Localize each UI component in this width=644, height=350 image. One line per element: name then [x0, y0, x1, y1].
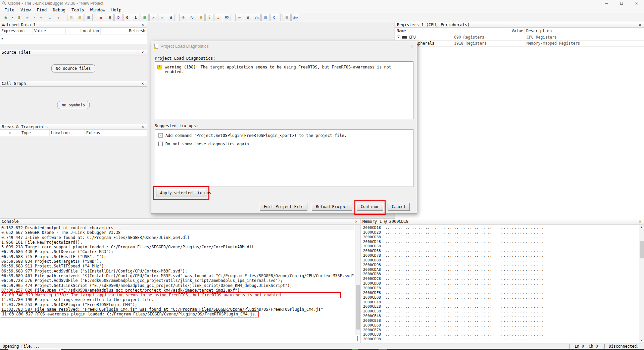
close-button[interactable]: × [629, 0, 644, 7]
console-command-input[interactable] [1, 336, 358, 341]
disassembly-window-icon[interactable]: D [114, 14, 122, 21]
memory-hex-bytes[interactable]: .. .. .. .. .. .. .. .. .. .. .. .. .. .… [385, 258, 492, 262]
source-files-close-icon[interactable]: × [140, 50, 145, 55]
menu-item-view[interactable]: View [17, 7, 34, 13]
reset-dropdown-icon[interactable]: ▾ [33, 14, 37, 21]
memory-hex-bytes[interactable]: .. .. .. .. .. .. .. .. .. .. .. .. .. .… [385, 277, 492, 281]
expression-icon[interactable]: ƒx [253, 14, 261, 21]
menu-item-help[interactable]: Help [108, 7, 125, 13]
watch-window-icon[interactable]: W [167, 14, 175, 21]
minimize-button[interactable] [599, 0, 614, 7]
code-window-icon[interactable]: C [270, 14, 278, 21]
step-out-icon[interactable]: ↑ [55, 14, 63, 21]
save-project-icon[interactable]: ▦ [85, 14, 93, 21]
memory-address: 2000CD68 [363, 249, 385, 253]
record-icon[interactable]: ● [97, 14, 105, 21]
watched-data-close-icon[interactable]: × [140, 22, 145, 27]
memory-scrollbar-thumb[interactable] [640, 241, 644, 258]
chain-link-icon[interactable]: ∞ [235, 14, 243, 21]
menu-item-window[interactable]: Window [87, 7, 108, 13]
vertical-splitter-left[interactable] [147, 22, 147, 219]
terminal-prompt-icon[interactable]: ⋙ [291, 14, 299, 21]
watched-data-new-row[interactable]: ▶ [0, 35, 147, 44]
memory-hex-bytes[interactable]: .. .. .. .. .. .. .. .. .. .. .. .. .. .… [385, 323, 492, 328]
memory-hex-bytes[interactable]: .. .. .. .. .. .. .. .. .. .. .. .. .. .… [385, 240, 492, 244]
scroll-down-icon[interactable]: ▼ [639, 338, 644, 343]
reset-icon[interactable]: ⇤ [24, 14, 32, 21]
memory-hex-bytes[interactable]: .. .. .. .. .. .. .. .. .. .. .. .. .. .… [385, 249, 492, 253]
menu-item-debug[interactable]: Debug [50, 7, 68, 13]
expression-icon-glyph: ƒx [254, 15, 259, 20]
registers-rows: +CPU690 RegistersCPU Registers+Periphera… [395, 35, 644, 47]
memory-panel: Memory 1 @ 2000CD18 × 2000CD18.. .. .. .… [361, 219, 644, 343]
terminal-window-icon[interactable]: ▦ [141, 14, 149, 21]
memory-hex-bytes[interactable]: .. .. .. .. .. .. .. .. .. .. .. .. .. .… [385, 281, 492, 286]
local-data-window-icon[interactable]: L [132, 14, 140, 21]
memory-hex-bytes[interactable]: .. .. .. .. .. .. .. .. .. .. .. .. .. .… [385, 318, 492, 323]
memory-hex-bytes[interactable]: .. .. .. .. .. .. .. .. .. .. .. .. .. .… [385, 235, 492, 239]
program-download-icon[interactable]: ↗ [149, 14, 157, 21]
console-line-text: 11:03.830 527 RTOS awareness plugin load… [1, 311, 259, 317]
power-graph-icon[interactable]: ▲ [214, 14, 222, 21]
scroll-up-icon[interactable]: ▲ [639, 225, 644, 230]
dialog-close-icon[interactable]: × [411, 44, 414, 49]
call-graph-close-icon[interactable]: × [140, 81, 145, 86]
memory-hex-bytes[interactable]: .. .. .. .. .. .. .. .. .. .. .. .. .. .… [385, 226, 492, 230]
apply-fixups-button[interactable]: Apply selected fix-ups [156, 189, 206, 197]
ruler-icon[interactable]: ▥ [261, 14, 269, 21]
pause-icon[interactable]: Ⅱ [15, 14, 23, 21]
timeline-window-icon[interactable]: ∿ [188, 14, 196, 21]
cancel-button[interactable]: Cancel [388, 203, 410, 211]
reload-project-button[interactable]: Reload Project [312, 203, 352, 211]
collapse-chevron-icon[interactable]: ∨ [1, 130, 18, 136]
memory-hex-bytes[interactable]: .. .. .. .. .. .. .. .. .. .. .. .. .. .… [385, 263, 492, 267]
memory-hex-bytes[interactable]: .. .. .. .. .. .. .. .. .. .. .. .. .. .… [385, 267, 492, 272]
menu-item-find[interactable]: Find [34, 7, 50, 13]
memory-hex-bytes[interactable]: .. .. .. .. .. .. .. .. .. .. .. .. .. .… [385, 291, 492, 295]
console-close-icon[interactable]: × [354, 219, 358, 224]
breakpoints-close-icon[interactable]: × [140, 124, 145, 129]
global-data-window-icon[interactable]: G [123, 14, 131, 21]
memory-hex-bytes[interactable]: .. .. .. .. .. .. .. .. .. .. .. .. .. .… [385, 314, 492, 318]
memory-hex-bytes[interactable]: .. .. .. .. .. .. .. .. .. .. .. .. .. .… [385, 272, 492, 276]
fixup-checkbox-1[interactable] [158, 142, 163, 146]
console-window-icon[interactable]: ≡ [106, 14, 114, 21]
memory-close-icon[interactable]: × [638, 219, 642, 224]
memory-hex-bytes[interactable]: .. .. .. .. .. .. .. .. .. .. .. .. .. .… [385, 286, 492, 290]
memory-hex-bytes[interactable]: .. .. .. .. .. .. .. .. .. .. .. .. .. .… [385, 300, 492, 304]
memory-scrollbar[interactable]: ▲ ▼ [639, 225, 644, 343]
menu-item-tools[interactable]: Tools [68, 7, 87, 13]
step-into-icon[interactable]: ↓ [46, 14, 54, 21]
power-debug-dropdown-icon[interactable]: ▾ [10, 14, 14, 21]
memory-hex-bytes[interactable]: .. .. .. .. .. .. .. .. .. .. .. .. .. .… [385, 337, 492, 341]
power-debug-icon[interactable]: ◉ [2, 14, 10, 21]
memory-hex-bytes[interactable]: .. .. .. .. .. .. .. .. .. .. .. .. .. .… [385, 295, 492, 300]
timers-window-icon[interactable]: ⊙ [179, 14, 187, 21]
open-project-icon[interactable]: ▥ [76, 14, 84, 21]
registers-close-icon[interactable]: × [638, 22, 642, 27]
menu-item-file[interactable]: File [1, 7, 17, 13]
power-sampling-icon[interactable]: ϟ [205, 14, 213, 21]
memory-hex-bytes[interactable]: .. .. .. .. .. .. .. .. .. .. .. .. .. .… [385, 309, 492, 313]
source-list-icon[interactable]: ≡ [283, 14, 291, 21]
memory-hex-bytes[interactable]: .. .. .. .. .. .. .. .. .. .. .. .. .. .… [385, 230, 492, 235]
memory-hex-bytes[interactable]: .. .. .. .. .. .. .. .. .. .. .. .. .. .… [385, 332, 492, 337]
memory-hex-bytes[interactable]: .. .. .. .. .. .. .. .. .. .. .. .. .. .… [385, 328, 492, 332]
step-over-icon[interactable]: ↷ [37, 14, 45, 21]
find-icon[interactable]: ø [244, 14, 252, 21]
rtos-window-icon[interactable]: OS [223, 14, 231, 21]
memory-ascii: ................ [501, 253, 544, 258]
memory-hex-bytes[interactable]: .. .. .. .. .. .. .. .. .. .. .. .. .. .… [385, 253, 492, 258]
memory-ascii: ................ [501, 314, 544, 318]
more-windows-icon[interactable]: » [158, 14, 166, 21]
instruction-trace-icon[interactable]: ≡ [197, 14, 205, 21]
memory-hex-bytes[interactable]: .. .. .. .. .. .. .. .. .. .. .. .. .. .… [385, 304, 492, 309]
continue-button[interactable]: Continue [357, 203, 383, 211]
console-scrollbar-thumb[interactable] [356, 285, 360, 329]
expand-toggle-icon[interactable]: + [397, 36, 400, 39]
memory-hex-bytes[interactable]: .. .. .. .. .. .. .. .. .. .. .. .. .. .… [385, 244, 492, 248]
restore-button[interactable] [614, 0, 629, 7]
edit-project-file-button[interactable]: Edit Project File [260, 203, 307, 211]
new-project-icon[interactable]: ▤ [67, 14, 75, 21]
console-scrollbar[interactable] [355, 225, 360, 335]
